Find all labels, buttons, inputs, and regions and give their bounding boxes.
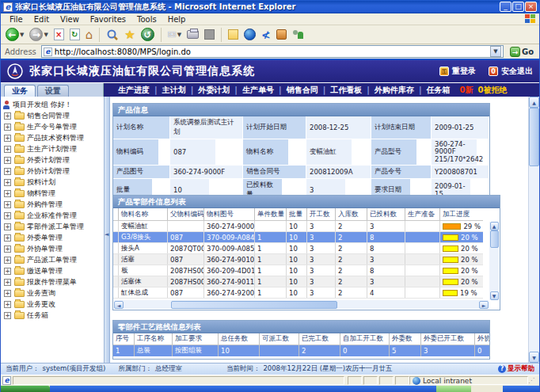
sidebar-item-business-change[interactable]: 业务更改 <box>2 299 104 310</box>
sidebar-item-standard-parts[interactable]: 企业标准件管理 <box>2 210 104 221</box>
nav-task-box[interactable]: 任务箱 <box>422 85 455 96</box>
sidebar-item-master-plan[interactable]: 主生产计划管理 <box>2 143 104 154</box>
discuss-button[interactable] <box>226 27 240 43</box>
sidebar-item-coop-plan[interactable]: 外协计划管理 <box>2 166 104 177</box>
expand-icon[interactable] <box>4 179 11 186</box>
expand-icon[interactable] <box>4 124 11 131</box>
col-progress[interactable]: 加工进度 <box>439 208 483 220</box>
expand-icon[interactable] <box>4 223 11 230</box>
nav-sales-contract[interactable]: 销售合同 <box>282 85 323 96</box>
scroll-up-icon[interactable]: ▲ <box>490 222 499 230</box>
expand-icon[interactable] <box>4 168 11 175</box>
col-dispatchable[interactable]: 可派工数 <box>259 333 299 344</box>
col-outsourced-started[interactable]: 外委已开工数 <box>420 333 474 344</box>
expand-icon[interactable] <box>4 201 11 208</box>
mail-dropdown-icon[interactable]: ▼ <box>177 32 181 38</box>
expand-icon[interactable] <box>4 279 11 286</box>
scroll-thumb[interactable] <box>490 230 499 248</box>
main-vscrollbar[interactable]: ▲ ▼ <box>528 97 539 363</box>
expand-icon[interactable] <box>4 245 11 253</box>
parts-row[interactable]: 活塞087360-274-9010F11032320 % <box>113 254 483 265</box>
back-dropdown-icon[interactable]: ▼ <box>20 32 24 38</box>
col-parent-code[interactable]: 父物料编码 <box>167 208 203 220</box>
address-url[interactable]: http://localhost:8080/MPS/login.do <box>55 48 488 56</box>
address-field[interactable]: e http://localhost:8080/MPS/login.do ▼ <box>41 45 504 58</box>
scroll-right-icon[interactable]: ► <box>479 301 489 309</box>
home-button[interactable]: ⌂ <box>84 27 95 43</box>
parts-row[interactable]: 变幅油缸360-274-9000F1032329 % <box>113 221 483 232</box>
scroll-thumb[interactable] <box>171 301 337 309</box>
sidebar-splitter[interactable]: ◄ <box>104 97 110 363</box>
minimize-button[interactable]: _ <box>500 2 511 12</box>
menu-tools[interactable]: Tools <box>131 15 162 24</box>
tab-settings[interactable]: 设置 <box>37 85 69 97</box>
history-button[interactable]: ↺ <box>139 27 156 43</box>
forward-button[interactable]: →▼ <box>28 27 49 43</box>
contacts-button[interactable] <box>291 27 306 43</box>
parts-row[interactable]: 缸体总成087360-274-9200F11032419 % <box>113 287 483 299</box>
col-issued[interactable]: 已投料数 <box>367 208 405 220</box>
sidebar-item-material-mgmt[interactable]: 物料管理 <box>2 188 104 199</box>
parts-row[interactable]: 接头A2087QT002370-009-A085011032820 % <box>113 243 483 254</box>
relogin-button[interactable]: ⚿ 重登录 <box>439 66 476 77</box>
col-drawing-no[interactable]: 物料图号 <box>203 208 254 220</box>
nav-master-plan[interactable]: 主计划 <box>158 85 191 96</box>
taskbar-button[interactable] <box>436 386 471 392</box>
scroll-thumb[interactable] <box>529 108 539 166</box>
badge-new-tasks[interactable]: 0新 <box>460 85 473 96</box>
go-button[interactable]: → Go <box>507 47 537 57</box>
messenger-button[interactable] <box>242 27 257 43</box>
menu-edit[interactable]: Edit <box>29 15 55 24</box>
col-self-started[interactable]: 自加工开工数 <box>340 333 389 344</box>
maximize-button[interactable]: □ <box>512 2 524 12</box>
sidebar-item-coop-order[interactable]: 外协单管理 <box>2 243 104 254</box>
expand-icon[interactable] <box>4 301 11 308</box>
col-process-name[interactable]: 工序名称 <box>134 333 172 344</box>
expand-icon[interactable] <box>4 312 11 319</box>
sidebar-item-business-query[interactable]: 业务查询 <box>2 287 104 299</box>
col-coop[interactable]: 外协数 <box>474 333 489 344</box>
search-button[interactable] <box>105 27 120 43</box>
sidebar-item-sales-contract[interactable]: 销售合同管理 <box>2 110 104 121</box>
forward-dropdown-icon[interactable]: ▼ <box>44 32 48 38</box>
resize-grip[interactable]: ⋰ <box>528 377 538 384</box>
edit-button[interactable] <box>203 27 216 43</box>
favorites-button[interactable]: ★ <box>123 27 136 43</box>
expand-icon[interactable] <box>4 212 11 219</box>
refresh-button[interactable]: ↻ <box>68 27 82 43</box>
expand-icon[interactable] <box>4 234 11 242</box>
plugin-swoosh-button[interactable]: ≮ <box>260 27 272 43</box>
scroll-down-icon[interactable]: ▼ <box>529 352 539 363</box>
scroll-down-icon[interactable]: ▼ <box>490 291 499 300</box>
parts-row[interactable]: 板2087HS002360-209-4D01011032820 % <box>113 265 483 276</box>
parts-table-vscrollbar[interactable]: ▲ ▼ <box>489 222 499 300</box>
col-completed[interactable]: 已完工数 <box>299 333 340 344</box>
col-requirement[interactable]: 加工要求 <box>172 333 218 344</box>
scroll-up-icon[interactable]: ▲ <box>529 97 539 108</box>
logout-button[interactable]: 0 安全退出 <box>489 66 533 77</box>
show-help-button[interactable]: ? 显示帮助 <box>498 364 534 374</box>
sidebar-item-material-plan[interactable]: 投料计划 <box>2 177 104 188</box>
menu-help[interactable]: Help <box>162 15 192 24</box>
stop-button[interactable]: × <box>52 27 66 43</box>
nav-production-order[interactable]: 生产单号 <box>238 85 279 96</box>
sidebar-item-scrap-menu[interactable]: 报废件管理菜单 <box>2 276 104 287</box>
collapse-arrow-icon[interactable]: ◄ <box>105 231 108 238</box>
sidebar-item-outsource-order[interactable]: 外委单管理 <box>2 232 104 243</box>
route-row-selected[interactable]: 1 总装 按图组装 10 2 0 5 3 0 0 <box>113 345 489 356</box>
menu-favorites[interactable]: Favorites <box>85 15 131 24</box>
sidebar-item-parts-workorder[interactable]: 零部件派工单管理 <box>2 221 104 232</box>
expand-icon[interactable] <box>4 290 11 297</box>
sidebar-item-outsource-plan[interactable]: 外委计划管理 <box>2 154 104 166</box>
start-button-edge[interactable] <box>1 386 50 392</box>
sidebar-item-task-box[interactable]: 任务箱 <box>2 310 104 321</box>
back-button[interactable]: ←▼ <box>4 27 25 43</box>
scroll-left-icon[interactable]: ◄ <box>114 301 124 309</box>
close-button[interactable]: × <box>525 2 537 12</box>
expand-icon[interactable] <box>4 268 11 275</box>
col-started[interactable]: 开工数 <box>306 208 335 220</box>
plugin-tool-button[interactable] <box>275 27 288 43</box>
parts-row[interactable]: 活塞体2087HS002360-274-9011W11032320 % <box>113 276 483 287</box>
nav-work-board[interactable]: 工作看板 <box>325 85 367 96</box>
sidebar-item-order-number[interactable]: 生产令号单管理 <box>2 121 104 132</box>
